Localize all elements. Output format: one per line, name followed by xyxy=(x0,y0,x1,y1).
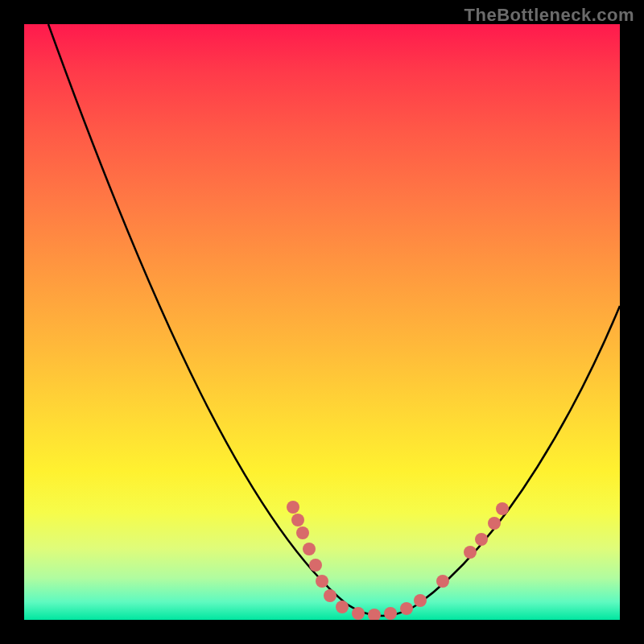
curve-marker xyxy=(436,575,449,588)
curve-marker xyxy=(309,559,322,572)
curve-marker xyxy=(368,609,381,620)
curve-marker xyxy=(296,526,309,539)
curve-marker xyxy=(316,575,328,588)
plot-area xyxy=(24,24,620,620)
curve-marker xyxy=(384,607,397,620)
watermark-text: TheBottleneck.com xyxy=(464,5,634,26)
bottleneck-curve-svg xyxy=(24,24,620,620)
curve-marker xyxy=(488,517,501,530)
curve-marker xyxy=(287,501,299,514)
bottleneck-curve xyxy=(48,24,620,616)
curve-markers xyxy=(287,501,509,620)
curve-marker xyxy=(303,543,316,555)
chart-frame: TheBottleneck.com xyxy=(0,0,644,644)
curve-marker xyxy=(464,546,477,559)
curve-marker xyxy=(414,594,427,607)
curve-marker xyxy=(400,602,413,615)
curve-marker xyxy=(496,502,509,515)
curve-marker xyxy=(291,514,304,526)
curve-marker xyxy=(324,589,336,602)
curve-marker xyxy=(475,533,488,546)
curve-marker xyxy=(336,601,349,613)
curve-marker xyxy=(352,607,365,620)
